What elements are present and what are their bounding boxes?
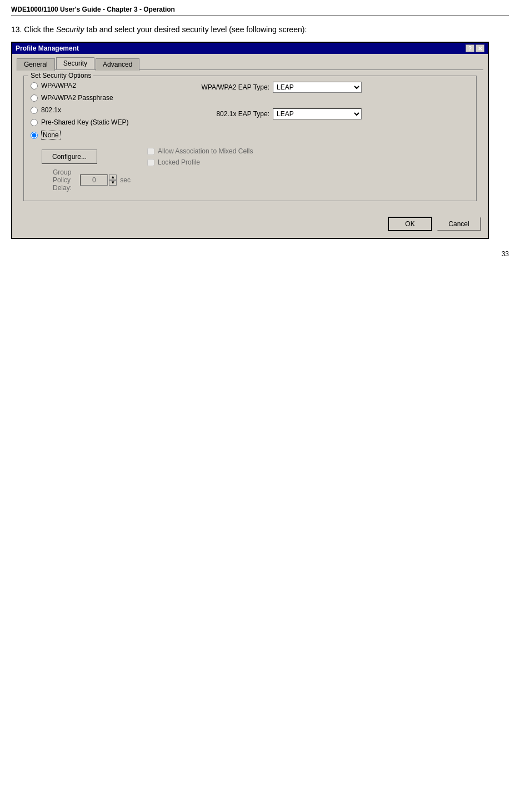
spin-up-button[interactable]: ▲	[109, 175, 117, 180]
configure-area: Configure... Group Policy Delay: ▲ ▼ sec	[31, 147, 131, 192]
locked-profile-checkbox[interactable]	[147, 159, 154, 166]
intro-paragraph: 13. Click the Security tab and select yo…	[11, 25, 509, 34]
policy-delay-label: Group Policy Delay:	[53, 168, 77, 192]
tab-security[interactable]: Security	[56, 57, 94, 69]
locked-profile-checkbox-row: Locked Profile	[147, 158, 469, 166]
tab-general[interactable]: General	[17, 58, 55, 71]
tab-advanced[interactable]: Advanced	[96, 58, 139, 71]
wpa-eap-label: WPA/WPA2 EAP Type:	[197, 83, 269, 91]
radio-pre-shared-key-input[interactable]	[31, 119, 38, 126]
tabs-row: General Security Advanced	[12, 54, 488, 69]
cancel-button[interactable]: Cancel	[437, 217, 481, 231]
radio-wpa-wpa2-passphrase-label: WPA/WPA2 Passphrase	[41, 94, 113, 102]
radio-wpa-wpa2-passphrase-input[interactable]	[31, 94, 38, 102]
policy-unit: sec	[120, 176, 131, 184]
radio-wpa-wpa2: WPA/WPA2	[31, 82, 197, 89]
group-box-label: Set Security Options	[28, 72, 93, 79]
8021x-eap-row: 802.1x EAP Type: LEAP EAP-FAST PEAP EAP-…	[197, 108, 469, 119]
radio-8021x: 802.1x	[31, 106, 197, 114]
dialog-controls: ? ✕	[466, 44, 484, 52]
spinner: ▲ ▼	[109, 175, 117, 186]
page-number: 33	[11, 250, 509, 258]
page-header: WDE1000/1100 User's Guide - Chapter 3 - …	[11, 6, 509, 16]
allow-association-checkbox-row: Allow Association to Mixed Cells	[147, 147, 469, 155]
radio-wpa-wpa2-passphrase: WPA/WPA2 Passphrase	[31, 94, 197, 102]
group-inner: WPA/WPA2 WPA/WPA2 Passphrase 802.1x Pre-…	[31, 82, 469, 144]
close-button[interactable]: ✕	[476, 44, 484, 52]
policy-delay-row: Group Policy Delay: ▲ ▼ sec	[53, 168, 131, 192]
radio-none-input[interactable]	[31, 132, 38, 139]
checkboxes-area: Allow Association to Mixed Cells Locked …	[147, 147, 469, 192]
ok-button[interactable]: OK	[388, 217, 432, 231]
policy-delay-input[interactable]	[80, 175, 108, 186]
wpa-eap-row: WPA/WPA2 EAP Type: LEAP EAP-FAST PEAP EA…	[197, 82, 469, 93]
configure-button[interactable]: Configure...	[42, 150, 97, 164]
dialog-footer: OK Cancel	[12, 212, 488, 238]
dialog-titlebar: Profile Management ? ✕	[12, 43, 488, 54]
help-button[interactable]: ?	[466, 44, 474, 52]
8021x-eap-label: 802.1x EAP Type:	[197, 110, 269, 118]
profile-management-dialog: Profile Management ? ✕ General Security …	[11, 42, 489, 239]
radio-none-label: None	[41, 131, 61, 140]
radio-wpa-wpa2-label: WPA/WPA2	[41, 82, 76, 89]
dialog-title: Profile Management	[16, 44, 79, 52]
tab-content-security: Set Security Options WPA/WPA2 WPA/WPA2 P…	[17, 69, 483, 212]
radio-wpa-wpa2-input[interactable]	[31, 82, 38, 89]
right-column: WPA/WPA2 EAP Type: LEAP EAP-FAST PEAP EA…	[197, 82, 469, 144]
radio-8021x-input[interactable]	[31, 107, 38, 114]
spin-down-button[interactable]: ▼	[109, 180, 117, 186]
radio-8021x-label: 802.1x	[41, 106, 61, 114]
set-security-options-group: Set Security Options WPA/WPA2 WPA/WPA2 P…	[23, 76, 477, 201]
radio-pre-shared-key-label: Pre-Shared Key (Static WEP)	[41, 118, 128, 126]
8021x-eap-select[interactable]: LEAP EAP-FAST PEAP EAP-TLS EAP-TTLS	[273, 108, 362, 119]
allow-association-checkbox[interactable]	[147, 148, 154, 155]
allow-association-label: Allow Association to Mixed Cells	[158, 147, 253, 155]
left-column: WPA/WPA2 WPA/WPA2 Passphrase 802.1x Pre-…	[31, 82, 197, 144]
locked-profile-label: Locked Profile	[158, 158, 200, 166]
radio-pre-shared-key: Pre-Shared Key (Static WEP)	[31, 118, 197, 126]
bottom-section: Configure... Group Policy Delay: ▲ ▼ sec	[31, 147, 469, 192]
wpa-eap-select[interactable]: LEAP EAP-FAST PEAP EAP-TLS EAP-TTLS	[273, 82, 362, 93]
radio-none: None	[31, 131, 197, 140]
